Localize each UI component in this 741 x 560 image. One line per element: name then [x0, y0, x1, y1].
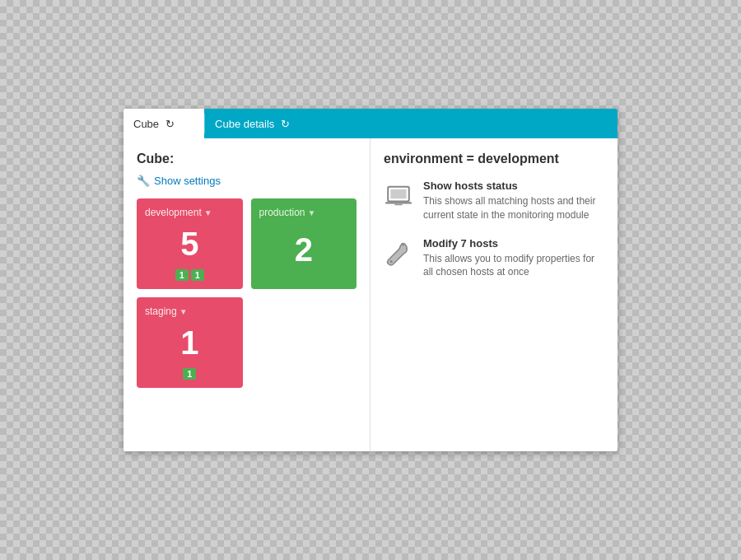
show-settings-label: Show settings — [154, 175, 221, 187]
env-tile-staging[interactable]: staging ▼ 1 1 — [137, 297, 243, 388]
detail-item-hosts: Show hosts status This shows all matchin… — [384, 180, 604, 222]
show-settings-link[interactable]: 🔧 Show settings — [137, 175, 357, 187]
app-window: Cube ↻ ✕ Cube details ↻ Cube: 🔧 Show set… — [124, 109, 618, 451]
svg-point-4 — [390, 260, 393, 263]
env-tile-development-badge-2: 1 — [191, 269, 204, 281]
env-tile-development-name: development — [145, 207, 202, 218]
chevron-down-icon-production: ▼ — [308, 208, 316, 217]
chevron-down-icon: ▼ — [204, 208, 212, 217]
env-tile-production-name: production — [259, 207, 305, 218]
tab-cube[interactable]: Cube ↻ ✕ — [124, 109, 204, 138]
right-panel-title: environment = development — [384, 152, 604, 166]
right-panel: environment = development Show hosts sta… — [370, 138, 618, 451]
svg-rect-1 — [390, 189, 406, 198]
env-grid: development ▼ 5 1 1 production ▼ 2 — [137, 198, 357, 388]
svg-rect-2 — [385, 202, 412, 203]
tab-cube-close-icon[interactable]: ✕ — [184, 117, 194, 130]
tab-cube-refresh-icon[interactable]: ↻ — [165, 118, 175, 130]
tab-cube-details-label: Cube details — [215, 118, 274, 130]
env-tile-staging-count: 1 — [145, 320, 235, 365]
env-tile-production-count: 2 — [259, 222, 349, 278]
detail-desc-modify: This allows you to modify properties for… — [423, 252, 604, 280]
detail-desc-hosts: This shows all matching hosts and their … — [423, 194, 604, 222]
env-tile-development-badge-1: 1 — [175, 269, 189, 281]
left-panel: Cube: 🔧 Show settings development ▼ 5 1 … — [124, 138, 370, 451]
env-tile-staging-header: staging ▼ — [145, 306, 235, 317]
detail-title-hosts: Show hosts status — [423, 180, 604, 192]
detail-item-modify: Modify 7 hosts This allows you to modify… — [384, 237, 604, 280]
env-tile-development-header: development ▼ — [145, 207, 235, 218]
env-tile-development-badges: 1 1 — [145, 269, 235, 281]
env-tile-staging-badges: 1 — [145, 368, 235, 380]
laptop-icon — [384, 181, 413, 211]
wrench-icon — [384, 239, 413, 268]
env-tile-production-header: production ▼ — [259, 207, 349, 218]
detail-title-modify: Modify 7 hosts — [423, 237, 604, 250]
tab-bar: Cube ↻ ✕ Cube details ↻ — [124, 109, 618, 138]
tab-cube-label: Cube — [133, 118, 159, 130]
svg-rect-3 — [394, 204, 403, 206]
env-tile-development[interactable]: development ▼ 5 1 1 — [137, 198, 243, 289]
chevron-down-icon-staging: ▼ — [179, 307, 188, 316]
env-tile-production[interactable]: production ▼ 2 — [251, 198, 357, 289]
detail-text-hosts: Show hosts status This shows all matchin… — [423, 180, 604, 222]
env-tile-development-count: 5 — [145, 222, 235, 266]
panel-title: Cube: — [137, 152, 357, 166]
tab-cube-details-refresh-icon[interactable]: ↻ — [281, 118, 290, 130]
env-tile-staging-name: staging — [145, 306, 177, 317]
content-area: Cube: 🔧 Show settings development ▼ 5 1 … — [124, 138, 618, 451]
env-tile-staging-badge-1: 1 — [183, 368, 196, 380]
wrench-small-icon: 🔧 — [137, 175, 150, 187]
tab-cube-details[interactable]: Cube details ↻ — [205, 109, 300, 138]
detail-text-modify: Modify 7 hosts This allows you to modify… — [423, 237, 604, 280]
